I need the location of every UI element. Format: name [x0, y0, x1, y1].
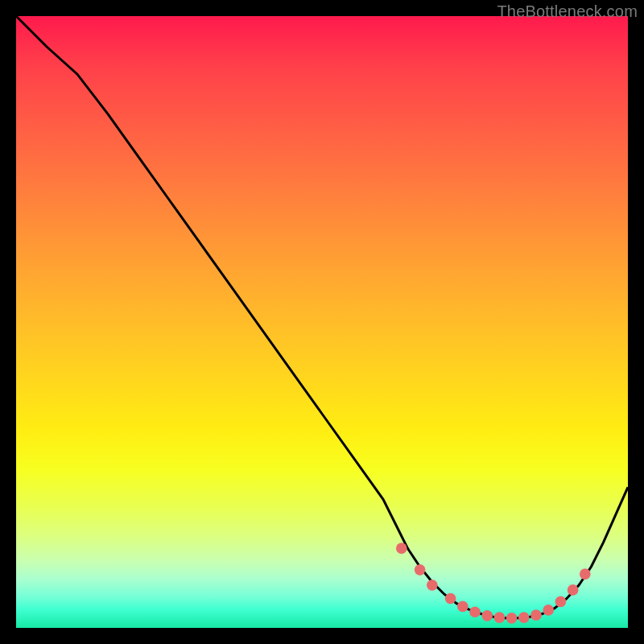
- svg-point-6: [481, 610, 493, 621]
- svg-point-2: [427, 580, 438, 591]
- svg-point-0: [396, 543, 407, 554]
- svg-point-3: [445, 593, 456, 605]
- svg-point-4: [457, 601, 469, 613]
- svg-point-5: [469, 606, 481, 617]
- chart-frame: TheBottleneck.com: [0, 0, 644, 644]
- svg-point-8: [506, 613, 518, 624]
- svg-point-12: [555, 596, 567, 607]
- svg-point-7: [494, 612, 506, 623]
- svg-point-11: [543, 605, 554, 616]
- svg-point-14: [580, 568, 591, 580]
- svg-point-9: [518, 612, 530, 623]
- svg-point-13: [568, 584, 579, 596]
- curve-layer: [16, 16, 628, 628]
- bottleneck-curve: [16, 16, 628, 618]
- watermark-label: TheBottleneck.com: [497, 2, 638, 21]
- svg-point-10: [530, 609, 542, 621]
- svg-point-1: [415, 564, 426, 576]
- highlight-markers: [396, 543, 591, 623]
- plot-area: [16, 16, 628, 628]
